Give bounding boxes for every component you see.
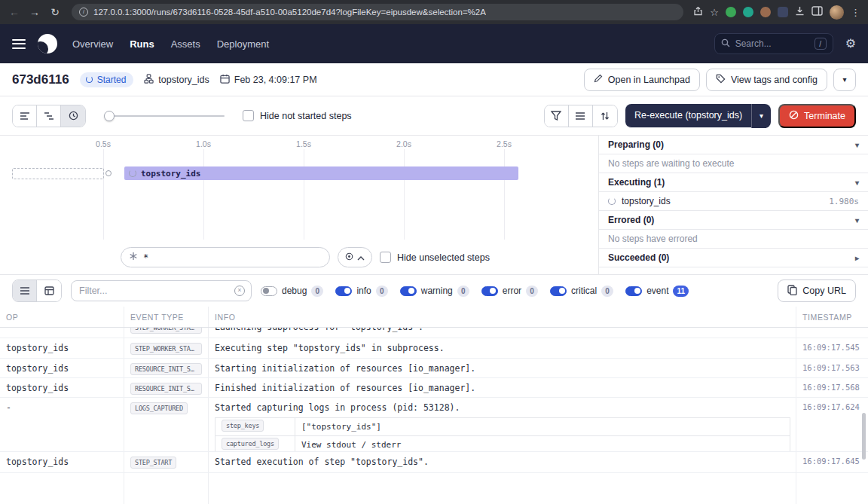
log-row[interactable]: topstory_ids RESOURCE_INIT_STAR... Start… bbox=[0, 359, 868, 378]
downloads-icon[interactable] bbox=[795, 6, 805, 18]
errored-empty-text: No steps have errored bbox=[599, 230, 868, 249]
checkbox-box[interactable] bbox=[243, 110, 254, 121]
clear-filter-icon[interactable]: × bbox=[234, 286, 245, 296]
section-errored[interactable]: Errored (0) ▾ bbox=[599, 211, 868, 230]
gantt-bar-label: topstory_ids bbox=[141, 169, 200, 179]
nav-assets[interactable]: Assets bbox=[171, 38, 200, 50]
view-tags-config-button[interactable]: View tags and config bbox=[706, 69, 827, 91]
share-icon[interactable] bbox=[693, 6, 703, 18]
checkbox-box[interactable] bbox=[380, 252, 391, 263]
extension-icon-1[interactable] bbox=[726, 7, 736, 17]
reexecute-dropdown-caret[interactable]: ▾ bbox=[751, 104, 771, 128]
nav-deployment[interactable]: Deployment bbox=[217, 38, 269, 50]
bookmark-star-icon[interactable]: ☆ bbox=[710, 8, 719, 17]
zoom-fit-button[interactable] bbox=[338, 247, 372, 267]
time-tick: 2.0s bbox=[396, 139, 411, 148]
section-succeeded[interactable]: Succeeded (0) ▸ bbox=[599, 249, 868, 267]
gantt-controls: * Hide unselected steps bbox=[121, 247, 490, 267]
global-search[interactable]: Search... / bbox=[714, 33, 833, 54]
toggle-switch[interactable] bbox=[550, 286, 567, 296]
time-tick: 1.5s bbox=[296, 139, 311, 148]
log-filter-input-wrap: × bbox=[71, 280, 252, 301]
section-executing[interactable]: Executing (1) ▾ bbox=[599, 173, 868, 192]
log-level-critical[interactable]: critical 0 bbox=[550, 286, 613, 297]
toggle-switch[interactable] bbox=[481, 286, 498, 296]
dagster-logo[interactable] bbox=[38, 34, 57, 53]
log-row[interactable]: topstory_ids RESOURCE_INIT_SUCC... Finis… bbox=[0, 378, 868, 398]
address-bar[interactable]: i 127.0.0.1:3000/runs/673d6116-0528-45df… bbox=[72, 4, 683, 20]
slider-track bbox=[104, 115, 225, 117]
executing-step-row[interactable]: topstory_ids 1.980s bbox=[599, 192, 868, 211]
log-level-event[interactable]: event 11 bbox=[625, 286, 689, 297]
log-row[interactable]: - LOGS_CAPTURED Started capturing logs i… bbox=[0, 398, 868, 452]
terminate-button[interactable]: Terminate bbox=[778, 104, 856, 128]
toggle-switch[interactable] bbox=[335, 286, 352, 296]
gridline bbox=[504, 149, 505, 240]
terminate-icon bbox=[789, 110, 799, 122]
meta-value: ["topstory_ids"] bbox=[295, 418, 790, 436]
sort-arrows-button[interactable] bbox=[593, 105, 617, 127]
log-row[interactable]: topstory_ids STEP_START Started executio… bbox=[0, 452, 868, 473]
forward-button[interactable]: → bbox=[28, 7, 41, 17]
log-level-debug[interactable]: debug 0 bbox=[261, 286, 323, 297]
waterfall-view-button[interactable] bbox=[37, 105, 61, 127]
toggle-switch[interactable] bbox=[625, 286, 642, 296]
profile-avatar[interactable] bbox=[830, 5, 844, 20]
timed-view-button[interactable] bbox=[61, 105, 85, 127]
flat-view-button[interactable] bbox=[13, 105, 37, 127]
toggle-switch[interactable] bbox=[261, 286, 277, 296]
reload-button[interactable]: ↻ bbox=[48, 7, 62, 17]
log-level-error[interactable]: error 0 bbox=[481, 286, 538, 297]
log-list-view-button[interactable] bbox=[13, 280, 37, 301]
step-name[interactable]: topstory_ids bbox=[622, 196, 671, 206]
job-icon bbox=[144, 74, 154, 86]
event-type-tag: RESOURCE_INIT_STAR... bbox=[130, 363, 202, 375]
extension-icon-3[interactable] bbox=[760, 7, 771, 17]
open-launchpad-button[interactable]: Open in Launchpad bbox=[584, 69, 700, 91]
settings-gear-icon[interactable]: ⚙ bbox=[845, 38, 856, 50]
zoom-slider[interactable] bbox=[104, 111, 225, 121]
log-level-warning[interactable]: warning 0 bbox=[400, 286, 469, 297]
back-button[interactable]: ← bbox=[8, 7, 21, 17]
gantt-panel: 0.5s 1.0s 1.5s 2.0s 2.5s topstory_ids * bbox=[0, 136, 599, 274]
step-spinner-icon bbox=[608, 197, 616, 205]
view-stdout-stderr-link[interactable]: View stdout / stderr bbox=[295, 436, 790, 452]
hide-not-started-checkbox[interactable]: Hide not started steps bbox=[243, 110, 352, 121]
count-badge: 0 bbox=[601, 286, 613, 297]
gantt-step-bar[interactable]: topstory_ids bbox=[124, 166, 518, 180]
run-actions-chevron-button[interactable]: ▾ bbox=[833, 69, 856, 91]
extension-icon-4[interactable] bbox=[778, 7, 788, 17]
gridline bbox=[203, 149, 204, 240]
log-filter-input[interactable] bbox=[79, 286, 230, 296]
screen: ← → ↻ i 127.0.0.1:3000/runs/673d6116-052… bbox=[0, 0, 868, 504]
log-table-view-button[interactable] bbox=[37, 280, 61, 301]
slider-handle[interactable] bbox=[104, 111, 115, 121]
step-selection-input[interactable]: * bbox=[121, 247, 330, 267]
side-panel-icon[interactable] bbox=[811, 6, 823, 18]
nav-runs[interactable]: Runs bbox=[130, 38, 154, 50]
filter-funnel-button[interactable] bbox=[545, 105, 569, 127]
col-op: OP bbox=[0, 307, 124, 327]
preparing-empty-text: No steps are waiting to execute bbox=[599, 154, 868, 173]
row-lines-button[interactable] bbox=[569, 105, 593, 127]
hide-unselected-checkbox[interactable]: Hide unselected steps bbox=[380, 252, 490, 263]
hamburger-menu-icon[interactable] bbox=[12, 39, 26, 49]
count-badge: 0 bbox=[526, 286, 538, 297]
run-job[interactable]: topstory_ids bbox=[144, 74, 209, 86]
toggle-switch[interactable] bbox=[400, 286, 417, 296]
nav-overview[interactable]: Overview bbox=[72, 38, 113, 50]
search-shortcut-key: / bbox=[815, 38, 827, 50]
reexecute-button[interactable]: Re-execute (topstory_ids) bbox=[625, 104, 751, 128]
tag-icon bbox=[716, 74, 726, 86]
log-row[interactable]: topstory_ids STEP_WORKER_STARTED Executi… bbox=[0, 338, 868, 359]
run-datetime: Feb 23, 4:09:17 PM bbox=[220, 74, 317, 86]
browser-menu-icon[interactable]: ⋮ bbox=[851, 8, 860, 17]
log-level-info[interactable]: info 0 bbox=[335, 286, 387, 297]
col-info: INFO bbox=[209, 307, 796, 327]
log-scrollbar[interactable] bbox=[862, 413, 866, 460]
extension-icon-2[interactable] bbox=[743, 7, 753, 17]
copy-url-button[interactable]: Copy URL bbox=[778, 279, 856, 302]
site-info-icon[interactable]: i bbox=[79, 8, 88, 17]
log-row[interactable]: STEP_WORKER_STARTI... Launching subproce… bbox=[0, 328, 868, 338]
section-preparing[interactable]: Preparing (0) ▾ bbox=[599, 136, 868, 154]
